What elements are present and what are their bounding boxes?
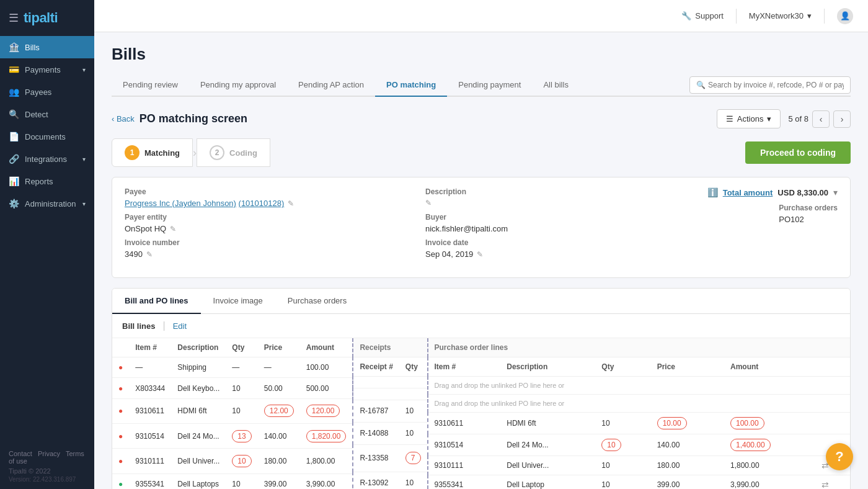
search-input[interactable] <box>708 81 844 89</box>
chevron-down-icon: ▾ <box>82 66 86 73</box>
receipts-table: Receipts Receipt # Qty <box>352 338 427 489</box>
step-2-number: 2 <box>210 145 224 160</box>
po-item: 9310514 <box>428 434 501 456</box>
tab-all-bills[interactable]: All bills <box>532 74 579 97</box>
tab-po-matching[interactable]: PO matching <box>375 74 447 97</box>
receipt-qty-highlighted: 7 <box>405 452 421 464</box>
steps-row: 1 Matching › 2 Coding Proceed to coding <box>112 138 851 167</box>
chevron-down-icon: ▾ <box>767 114 771 123</box>
po-description: Dell Univer... <box>500 456 595 475</box>
workflow-steps: 1 Matching › 2 Coding <box>112 138 270 167</box>
privacy-link[interactable]: Privacy <box>38 450 60 457</box>
receipt-num <box>353 388 399 400</box>
user-menu[interactable]: MyXNetwork30 ▾ <box>749 11 812 20</box>
proceed-to-coding-button[interactable]: Proceed to coding <box>745 141 851 164</box>
po-qty: 10 <box>595 456 650 475</box>
table-row: ● 9310111 Dell Univer... 10 180.00 1,800… <box>112 449 352 473</box>
payments-icon: 💳 <box>9 65 19 74</box>
topbar-separator <box>824 9 825 24</box>
tab-pending-payment[interactable]: Pending payment <box>447 74 532 97</box>
tab-pending-ap-action[interactable]: Pending AP action <box>287 74 375 97</box>
back-link[interactable]: ‹ Back <box>112 114 135 123</box>
invoice-date-row: Invoice date Sep 04, 2019 ✎ <box>425 238 701 259</box>
payer-row: Payer entity OnSpot HQ ✎ <box>125 213 401 233</box>
error-indicator: ● <box>112 357 129 378</box>
logo-text: tipalti <box>24 10 58 26</box>
bill-lines-header: Bill lines | Edit <box>112 314 850 338</box>
support-link[interactable]: 🔧 Support <box>681 11 724 20</box>
expand-icon[interactable]: ▾ <box>833 187 838 197</box>
col-po-qty: Qty <box>595 357 650 377</box>
detect-icon: 🔍 <box>9 109 19 119</box>
sidebar-item-bills[interactable]: 🏦 Bills <box>0 36 94 58</box>
receipt-qty: 10 <box>399 422 427 444</box>
contact-link[interactable]: Contact <box>9 450 32 457</box>
sidebar-item-label: Integrations <box>25 155 67 164</box>
tab-pending-review[interactable]: Pending review <box>112 74 189 97</box>
table-row: ● 9310611 HDMI 6ft 10 12.00 120.00 <box>112 398 352 423</box>
amount: 120.00 <box>300 398 353 423</box>
po-item: 9310611 <box>428 413 501 434</box>
receipt-qty <box>399 377 427 388</box>
avatar[interactable]: 👤 <box>837 8 853 24</box>
chevron-down-icon: ▾ <box>82 156 86 163</box>
edit-date-icon[interactable]: ✎ <box>477 250 483 259</box>
version: Version: 22.423.316.897 <box>9 476 76 483</box>
reports-icon: 📊 <box>9 176 19 186</box>
hamburger-icon[interactable]: ☰ <box>9 11 19 25</box>
error-indicator: ● <box>112 398 129 423</box>
sidebar-item-payments[interactable]: 💳 Payments ▾ <box>0 58 94 81</box>
search-box[interactable]: 🔍 <box>689 76 851 94</box>
col-po-action <box>815 357 850 377</box>
po-link-icon[interactable]: ⇄ <box>815 475 850 490</box>
edit-description-icon[interactable]: ✎ <box>425 199 432 207</box>
payee-link[interactable]: Progress Inc (Jayden Johnson) <box>125 199 236 208</box>
price-highlighted: 12.00 <box>264 405 294 417</box>
edit-payer-icon[interactable]: ✎ <box>170 225 176 233</box>
edit-payee-icon[interactable]: ✎ <box>288 199 294 208</box>
tab-bill-po-lines[interactable]: Bill and PO lines <box>112 289 201 314</box>
qty: 10 <box>226 449 257 473</box>
actions-button[interactable]: ☰ Actions ▾ <box>717 109 781 128</box>
po-item: 9310111 <box>428 456 501 475</box>
sidebar-item-integrations[interactable]: 🔗 Integrations ▾ <box>0 148 94 170</box>
po-back-section: ‹ Back PO matching screen <box>112 112 247 125</box>
buyer-row: Buyer nick.fishler@tipalti.com <box>425 213 701 233</box>
step-coding: 2 Coding <box>197 138 270 167</box>
qty: 10 <box>226 378 257 398</box>
table-row: R-16787 10 <box>353 400 427 422</box>
sidebar-item-detect[interactable]: 🔍 Detect <box>0 103 94 125</box>
qty-highlighted: 10 <box>232 455 251 467</box>
error-indicator: ● <box>112 449 129 473</box>
price: 50.00 <box>258 378 300 398</box>
payees-icon: 👥 <box>9 87 19 97</box>
po-amount: 3,990.00 <box>724 475 815 490</box>
amount: 500.00 <box>300 378 353 398</box>
sidebar-item-reports[interactable]: 📊 Reports <box>0 170 94 192</box>
edit-bill-lines-link[interactable]: Edit <box>173 321 187 331</box>
po-description: HDMI 6ft <box>500 413 595 434</box>
sidebar-item-administration[interactable]: ⚙️ Administration ▾ <box>0 192 94 215</box>
table-row <box>353 388 427 400</box>
receipt-num: R-13358 <box>353 445 399 472</box>
po-qty-highlighted: 10 <box>601 439 621 451</box>
table-row: ● — Shipping — — 100.00 <box>112 357 352 378</box>
receipt-num <box>353 377 399 388</box>
help-button[interactable]: ? <box>826 443 853 470</box>
sidebar-item-label: Reports <box>25 177 53 186</box>
edit-invoice-num-icon[interactable]: ✎ <box>146 250 153 259</box>
qty: 10 <box>226 473 257 489</box>
tab-pending-my-approval[interactable]: Pending my approval <box>189 74 287 97</box>
error-indicator: ● <box>112 424 129 449</box>
sidebar-item-documents[interactable]: 📄 Documents <box>0 125 94 148</box>
next-page-button[interactable]: › <box>833 110 851 128</box>
sidebar-item-label: Bills <box>25 43 40 52</box>
table-row: ● X803344 Dell Keybo... 10 50.00 500.00 <box>112 378 352 398</box>
sidebar-item-payees[interactable]: 👥 Payees <box>0 81 94 103</box>
item-num: 9310111 <box>129 449 171 473</box>
total-amount-label[interactable]: Total amount <box>723 188 773 197</box>
prev-page-button[interactable]: ‹ <box>812 110 830 128</box>
tab-purchase-orders[interactable]: Purchase orders <box>275 289 359 314</box>
tab-invoice-image[interactable]: Invoice image <box>201 289 275 314</box>
col-po-price: Price <box>651 357 724 377</box>
